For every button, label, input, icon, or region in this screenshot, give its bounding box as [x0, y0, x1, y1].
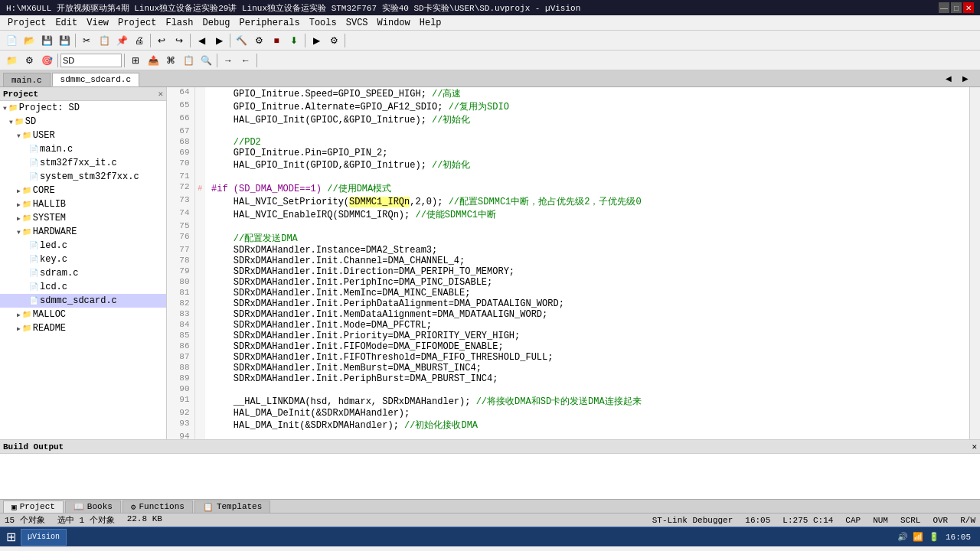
symbols-button[interactable]: ⌘: [162, 52, 179, 69]
tree-item-project-sd[interactable]: ▼ 📁 Project: SD: [0, 101, 166, 115]
cut-button[interactable]: ✂: [78, 32, 95, 49]
tree-item-stm32-it[interactable]: 📄 stm32f7xx_it.c: [0, 156, 166, 170]
line-code[interactable]: HAL_NVIC_EnableIRQ(SDMMC1_IRQn); //使能SDM…: [205, 208, 969, 221]
tree-item-hallib[interactable]: ▶ 📁 HALLIB: [0, 197, 166, 211]
line-code[interactable]: SDRxDMAHandler.Instance=DMA2_Stream3;: [205, 245, 969, 256]
menu-peripherals[interactable]: Peripherals: [235, 15, 305, 30]
tree-item-system[interactable]: 📄 system_stm32f7xx.c: [0, 170, 166, 184]
line-code[interactable]: GPIO_Initrue.Pin=GPIO_PIN_2;: [205, 148, 969, 158]
scroll-tabs-right[interactable]: ▶: [957, 70, 974, 86]
line-code[interactable]: //配置发送DMA: [205, 232, 969, 245]
template-button[interactable]: 📋: [180, 52, 197, 69]
open-button[interactable]: 📂: [21, 32, 38, 49]
tree-item-core[interactable]: ▶ 📁 CORE: [0, 184, 166, 197]
stop-build-button[interactable]: ■: [268, 32, 285, 49]
menu-project2[interactable]: Project: [113, 15, 161, 30]
project-settings-button[interactable]: ⚙: [21, 52, 38, 69]
menu-view[interactable]: View: [82, 15, 113, 30]
code-editor[interactable]: 64 GPIO_Initrue.Speed=GPIO_SPEED_HIGH; /…: [167, 87, 969, 439]
line-code[interactable]: HAL_DMA_Init(&SDRxDMAHandler); //初始化接收DM…: [205, 419, 969, 432]
undo-button[interactable]: ↩: [153, 32, 170, 49]
print-button[interactable]: 🖨: [131, 32, 148, 49]
tree-item-led-c[interactable]: 📄 led.c: [0, 239, 166, 253]
build-all-button[interactable]: ⚙: [250, 32, 267, 49]
line-code[interactable]: SDRxDMAHandler.Init.PeriphDataAlignment=…: [205, 298, 969, 309]
nav-forward-button[interactable]: ▶: [211, 32, 227, 49]
line-code[interactable]: SDRxDMAHandler.Init.FIFOThreshold=DMA_FI…: [205, 352, 969, 363]
save-button[interactable]: 💾: [38, 32, 55, 49]
scroll-tabs-left[interactable]: ◀: [940, 70, 957, 86]
save-all-button[interactable]: 💾: [56, 32, 73, 49]
target-select[interactable]: [60, 54, 122, 67]
bottom-tab-functions[interactable]: ⚙ Functions: [122, 500, 193, 513]
nav-back-button[interactable]: ◀: [193, 32, 210, 49]
start-button[interactable]: ⊞: [3, 530, 19, 544]
line-code[interactable]: SDRxDMAHandler.Init.PeriphBurst=DMA_PBUR…: [205, 373, 969, 384]
tree-item-sd[interactable]: ▼ 📁 SD: [0, 115, 166, 129]
menu-tools[interactable]: Tools: [305, 15, 341, 30]
line-code[interactable]: //PD2: [205, 137, 969, 148]
line-code[interactable]: [205, 432, 969, 439]
line-code[interactable]: GPIO_Initrue.Speed=GPIO_SPEED_HIGH; //高速: [205, 87, 969, 100]
line-code[interactable]: SDRxDMAHandler.Init.MemInc=DMA_MINC_ENAB…: [205, 288, 969, 298]
taskbar-uvision[interactable]: µVision: [21, 529, 67, 546]
line-code[interactable]: HAL_NVIC_SetPriority(SDMMC1_IRQn,2,0); /…: [205, 195, 969, 208]
menu-svcs[interactable]: SVCS: [341, 15, 373, 30]
build-output-close[interactable]: ✕: [972, 442, 977, 452]
close-button[interactable]: ✕: [963, 2, 974, 13]
line-code[interactable]: GPIO_Initrue.Alternate=GPIO_AF12_SDIO; /…: [205, 100, 969, 113]
line-code[interactable]: [205, 126, 969, 137]
line-code[interactable]: [205, 221, 969, 232]
bottom-tab-templates[interactable]: 📋 Templates: [194, 500, 270, 513]
minimize-button[interactable]: —: [939, 2, 949, 13]
line-code[interactable]: SDRxDMAHandler.Init.Channel=DMA_CHANNEL_…: [205, 256, 969, 266]
line-code[interactable]: SDRxDMAHandler.Init.Direction=DMA_PERIPH…: [205, 266, 969, 277]
window-toggle-button[interactable]: ⊞: [127, 52, 144, 69]
line-code[interactable]: HAL_DMA_DeInit(&SDRxDMAHandler);: [205, 408, 969, 419]
panel-close-button[interactable]: ✕: [158, 89, 163, 99]
bottom-tab-project[interactable]: ▣ Project: [3, 500, 64, 513]
tree-item-system2[interactable]: ▶ 📁 SYSTEM: [0, 211, 166, 225]
tree-item-lcd-c[interactable]: 📄 lcd.c: [0, 280, 166, 294]
menu-help[interactable]: Help: [415, 15, 446, 30]
tree-item-hardware[interactable]: ▼ 📁 HARDWARE: [0, 225, 166, 239]
line-code[interactable]: SDRxDMAHandler.Init.PeriphInc=DMA_PINC_D…: [205, 277, 969, 288]
tree-item-user[interactable]: ▼ 📁 USER: [0, 129, 166, 142]
tree-item-main-c[interactable]: 📄 main.c: [0, 142, 166, 156]
vertical-scrollbar[interactable]: [969, 87, 980, 439]
line-code[interactable]: [205, 171, 969, 182]
download-button[interactable]: ⬇: [286, 32, 302, 49]
menu-edit[interactable]: Edit: [51, 15, 82, 30]
tab-sdmmc-sdcard-c[interactable]: sdmmc_sdcard.c: [52, 73, 139, 86]
line-code[interactable]: __HAL_LINKDMA(hsd, hdmarx, SDRxDMAHandle…: [205, 395, 969, 408]
target-settings-button[interactable]: 🎯: [38, 52, 55, 69]
line-code[interactable]: [205, 384, 969, 395]
tree-item-readme[interactable]: ▶ 📁 README: [0, 321, 166, 335]
tree-item-sdmmc-c[interactable]: 📄 sdmmc_sdcard.c: [0, 294, 166, 308]
outdent-button[interactable]: ←: [237, 52, 254, 69]
build-button[interactable]: 🔨: [233, 32, 250, 49]
maximize-button[interactable]: □: [951, 2, 962, 13]
debug-start-button[interactable]: ▶: [308, 32, 325, 49]
bottom-tab-books[interactable]: 📖 Books: [65, 500, 121, 513]
copy-button[interactable]: 📋: [96, 32, 113, 49]
menu-flash[interactable]: Flash: [161, 15, 198, 30]
debug-config-button[interactable]: ⚙: [325, 32, 342, 49]
line-code[interactable]: HAL_GPIO_Init(GPIOD,&GPIO_Initrue); //初始…: [205, 158, 969, 171]
paste-button[interactable]: 📌: [113, 32, 130, 49]
line-code[interactable]: HAL_GPIO_Init(GPIOC,&GPIO_Initrue); //初始…: [205, 113, 969, 126]
redo-button[interactable]: ↪: [171, 32, 188, 49]
line-code[interactable]: #if (SD_DMA_MODE==1) //使用DMA模式: [205, 182, 969, 195]
new-file-button[interactable]: 📄: [3, 32, 20, 49]
line-code[interactable]: SDRxDMAHandler.Init.MemBurst=DMA_MBURST_…: [205, 363, 969, 373]
indent-button[interactable]: →: [220, 52, 237, 69]
tree-item-sdram-c[interactable]: 📄 sdram.c: [0, 266, 166, 280]
menu-window[interactable]: Window: [373, 15, 415, 30]
line-code[interactable]: SDRxDMAHandler.Init.Priority=DMA_PRIORIT…: [205, 331, 969, 341]
menu-project[interactable]: Project: [3, 15, 51, 30]
menu-debug[interactable]: Debug: [198, 15, 234, 30]
output-button[interactable]: 📤: [145, 52, 162, 69]
tree-item-malloc[interactable]: ▶ 📁 MALLOC: [0, 308, 166, 321]
line-code[interactable]: SDRxDMAHandler.Init.FIFOMode=DMA_FIFOMOD…: [205, 341, 969, 352]
tree-item-key-c[interactable]: 📄 key.c: [0, 253, 166, 266]
